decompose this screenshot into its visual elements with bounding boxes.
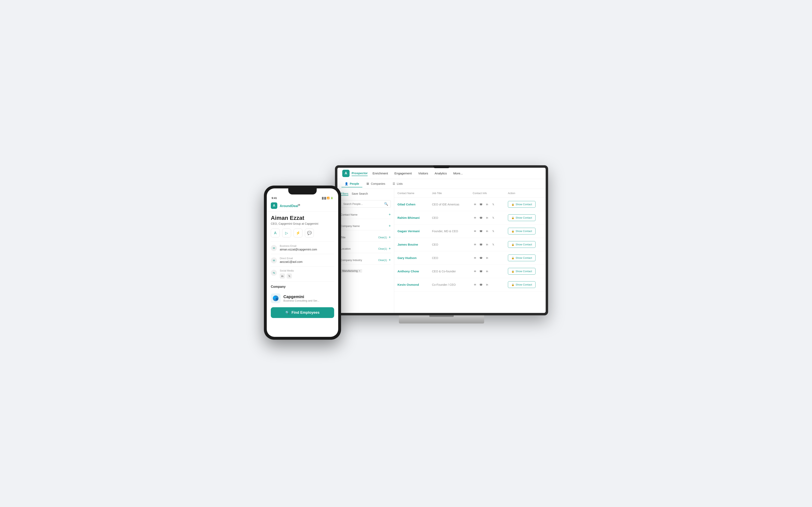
tab-lists[interactable]: ☰ Lists <box>389 180 406 187</box>
social-icon[interactable]: ✉ <box>473 242 477 247</box>
table-row: Anthony Chow CEO & Co-founder ✉☎in 🔒Show… <box>394 265 546 278</box>
show-contact-button[interactable]: 🔒Show Contact <box>508 255 536 261</box>
find-employees-search-icon: 🔍 <box>286 311 290 315</box>
social-icon[interactable]: ☎ <box>479 229 484 233</box>
manufacturing-tag: Manufacturing ✕ <box>341 269 362 273</box>
laptop-content: Filters Save Search 🔍 Contact Name + <box>338 189 546 313</box>
table-row: Gagan Vermani Founder, MD & CEO ✉☎in𝕏 🔒S… <box>394 225 546 238</box>
filter-industry-actions: Clear(1) + <box>378 258 391 262</box>
social-icon[interactable]: 𝕏 <box>491 242 496 247</box>
contact-name-cell[interactable]: James Bouine <box>398 243 418 246</box>
social-icon[interactable]: in <box>485 269 490 274</box>
tab-lists-label: Lists <box>397 182 403 185</box>
company-section-title: Company <box>271 285 334 289</box>
mobile-device: 9:41 ▐▐▐ 📶 🔋 A AroundDeal® Aim <box>264 185 341 340</box>
search-icon: 🔍 <box>384 202 388 206</box>
social-icon[interactable]: ☎ <box>479 202 484 207</box>
filter-title-add[interactable]: + <box>389 235 391 239</box>
manufacturing-tag-remove[interactable]: ✕ <box>358 270 360 272</box>
business-email-value: aiman.ezzat@capgemini.com <box>280 248 317 251</box>
social-icon[interactable]: in <box>485 282 490 287</box>
filter-title-label: Title <box>341 236 346 239</box>
show-contact-button[interactable]: 🔒Show Contact <box>508 201 536 208</box>
nav-more[interactable]: More... <box>453 171 463 176</box>
filter-title-actions: Clear(1) + <box>378 235 391 239</box>
social-icon[interactable]: 𝕏 <box>491 229 496 233</box>
contact-name-cell[interactable]: Gilad Cohen <box>398 203 415 206</box>
lock-icon: 🔒 <box>511 257 514 260</box>
filter-contact-name: Contact Name + <box>341 211 391 219</box>
contact-name-cell[interactable]: Rahim Bhimani <box>398 216 420 219</box>
enrich-action-btn[interactable]: ⚡ <box>294 229 302 237</box>
find-employees-button[interactable]: 🔍 Find Employees <box>271 307 334 318</box>
search-box[interactable]: 🔍 <box>341 200 391 208</box>
social-icon[interactable]: ✉ <box>473 229 477 233</box>
social-icon[interactable]: ☎ <box>479 269 484 274</box>
nav-analytics[interactable]: Analytics <box>435 171 447 176</box>
job-title-cell: CEO <box>432 216 438 219</box>
filter-industry-clear[interactable]: Clear(1) <box>378 259 387 262</box>
social-icon[interactable]: ✉ <box>473 282 477 287</box>
filter-company-name-add[interactable]: + <box>389 224 391 228</box>
battery-icon: 🔋 <box>331 197 333 200</box>
social-icon[interactable]: ✉ <box>473 216 477 220</box>
filter-industry-add[interactable]: + <box>389 258 391 262</box>
nav-enrichment[interactable]: Enrichment <box>372 171 388 176</box>
nav-logo: A Prospector <box>342 170 368 177</box>
social-icon[interactable]: ☎ <box>479 216 484 220</box>
social-icon[interactable]: ☎ <box>479 256 484 260</box>
social-icon[interactable]: in <box>485 256 490 260</box>
social-icon[interactable]: 𝕏 <box>491 216 496 220</box>
social-icon[interactable]: ✉ <box>473 269 477 274</box>
job-title-cell: CEO <box>432 243 438 246</box>
prospector-icon: A <box>274 231 276 235</box>
linkedin-social-icon[interactable]: in <box>280 273 285 279</box>
filter-title-clear[interactable]: Clear(1) <box>378 236 387 239</box>
note-action-btn[interactable]: 💬 <box>305 229 314 237</box>
filter-location: Location Clear(1) + <box>341 244 391 253</box>
job-title-cell: CEO & Co-founder <box>432 270 456 273</box>
nav-brand[interactable]: Prospector <box>352 171 368 176</box>
contact-name-cell[interactable]: Gagan Vermani <box>398 229 420 233</box>
social-icon[interactable]: in <box>485 242 490 247</box>
show-contact-button[interactable]: 🔒Show Contact <box>508 281 536 288</box>
show-contact-button[interactable]: 🔒Show Contact <box>508 214 536 221</box>
contact-name-cell[interactable]: Anthony Chow <box>398 270 419 273</box>
col-job-title: Job Title <box>429 189 469 198</box>
direct-email-row: ✉ Direct Email aezzat1@aol.com <box>271 254 334 267</box>
social-icon[interactable]: in <box>485 216 490 220</box>
contact-name-cell[interactable]: Gary Hudson <box>398 256 416 260</box>
table-row: Gary Hudson CEO ✉☎in 🔒Show Contact <box>394 251 546 265</box>
social-icon[interactable]: 𝕏 <box>491 202 496 207</box>
social-icon[interactable]: ☎ <box>479 242 484 247</box>
prospector-action-btn[interactable]: A <box>271 229 280 237</box>
people-search-input[interactable] <box>343 203 383 206</box>
filter-location-add[interactable]: + <box>389 246 391 251</box>
nav-visitors[interactable]: Visitors <box>418 171 428 176</box>
filters-tab[interactable]: Filters <box>341 192 348 196</box>
contact-info-section: ✉ Business Email aiman.ezzat@capgemini.c… <box>271 241 334 282</box>
lock-icon: 🔒 <box>511 283 514 286</box>
show-contact-button[interactable]: 🔒Show Contact <box>508 228 536 234</box>
social-icon[interactable]: ☎ <box>479 282 484 287</box>
social-icon: ⇆ <box>271 270 277 276</box>
show-contact-button[interactable]: 🔒Show Contact <box>508 241 536 248</box>
social-icon[interactable]: in <box>485 229 490 233</box>
social-icon[interactable]: in <box>485 202 490 207</box>
scene: A Prospector Enrichment Engagement Visit… <box>264 165 548 342</box>
show-contact-button[interactable]: 🔒Show Contact <box>508 268 536 275</box>
social-icon[interactable]: ✉ <box>473 202 477 207</box>
social-media-info: Social Media in 𝕏 <box>280 269 294 279</box>
filter-industry: Company Industry Clear(1) + <box>341 256 391 265</box>
nav-engagement[interactable]: Engagement <box>395 171 412 176</box>
tab-people[interactable]: 👤 People <box>342 180 362 187</box>
filter-location-clear[interactable]: Clear(1) <box>378 247 387 250</box>
social-icon[interactable]: ✉ <box>473 256 477 260</box>
filter-contact-name-add[interactable]: + <box>389 213 391 217</box>
twitter-social-icon[interactable]: 𝕏 <box>287 273 292 279</box>
save-search-tab[interactable]: Save Search <box>352 192 368 196</box>
contact-name-cell[interactable]: Kevin Osmond <box>398 283 419 286</box>
tab-companies[interactable]: 🏛 Companies <box>363 180 389 187</box>
engage-action-btn[interactable]: ▷ <box>282 229 291 237</box>
social-icons-cell: ✉☎in𝕏 <box>473 202 501 207</box>
